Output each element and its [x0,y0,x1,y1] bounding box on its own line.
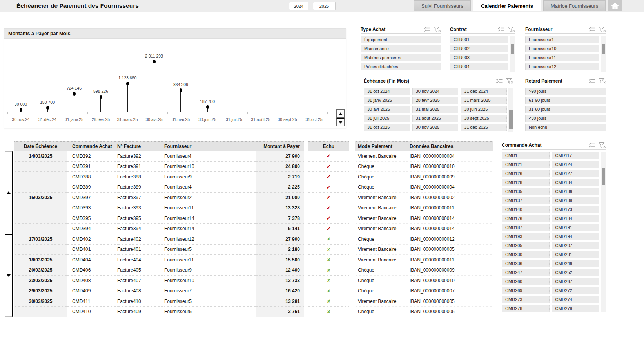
scrollbar-thumb[interactable] [511,44,514,54]
slicer-item[interactable]: Pièces détachées [361,63,441,70]
scrollbar-thumb[interactable] [602,44,605,54]
slicer-item[interactable]: Équipement [361,36,441,43]
slicer-item[interactable]: 30 avr 2025 [364,106,410,113]
table-scroll-down-button[interactable] [5,234,13,317]
chart-point[interactable] [20,108,22,112]
slicer-item[interactable]: CMD1 [502,152,550,159]
slicer-item[interactable]: CMD273 [502,296,550,303]
slicer-item[interactable]: 30 nov 2024 [412,88,459,95]
slicer-item[interactable]: Maintenance [361,45,441,52]
slicer-item[interactable]: 31 mars 2025 [461,97,507,104]
clear-filter-icon[interactable] [508,26,515,32]
chart-point[interactable] [73,92,76,96]
slicer-item[interactable]: CMD231 [552,251,600,258]
slicer-item[interactable]: CMD236 [502,260,550,267]
multiselect-icon[interactable] [423,27,430,32]
slicer-item[interactable]: CMD117 [552,152,600,159]
slicer-item[interactable]: CMD128 [502,179,550,186]
slicer-item[interactable]: 31 juil 2025 [364,115,410,122]
slicer-item[interactable]: CTR001 [450,36,508,43]
slicer-scrollbar[interactable] [508,88,513,132]
slicer-item[interactable]: CMD278 [502,305,550,312]
slicer-scrollbar[interactable] [601,152,606,312]
clear-filter-icon[interactable] [599,142,606,148]
slicer-item[interactable]: 31 oct 2024 [364,88,410,95]
slicer-item[interactable]: CMD121 [502,161,550,168]
slicer-item[interactable]: CMD191 [552,224,600,231]
slicer-item[interactable]: CMD127 [552,170,600,177]
chart-scroll-up-button[interactable] [336,109,345,118]
slicer-item[interactable]: 30 nov 2025 [412,124,459,131]
slicer-item[interactable]: CMD173 [552,206,600,213]
slicer-item[interactable]: CTR002 [450,45,508,52]
tab-calendrier-paiements[interactable]: Calendrier Paiements [473,0,541,11]
scrollbar-thumb[interactable] [602,168,605,185]
slicer-item[interactable]: CMD274 [552,296,600,303]
slicer-item[interactable]: CMD252 [552,269,600,276]
slicer-item[interactable]: Fournisseur11 [525,54,599,61]
slicer-item[interactable]: CMD207 [552,242,600,249]
slicer-item[interactable]: <30 jours [525,115,606,122]
slicer-item[interactable]: Fournisseur1 [525,36,599,43]
slicer-item[interactable]: CMD187 [502,224,550,231]
slicer-item[interactable]: CMD272 [552,287,600,294]
chart-point[interactable] [46,106,49,110]
year-2025-button[interactable]: 2025 [313,2,336,10]
clear-filter-icon[interactable] [599,26,606,32]
multiselect-icon[interactable] [588,78,595,84]
multiselect-icon[interactable] [496,78,503,84]
slicer-scrollbar[interactable] [601,36,606,72]
slicer-item[interactable]: CMD260 [502,278,550,285]
multiselect-icon[interactable] [588,27,595,32]
tab-matrice-fournisseurs[interactable]: Matrice Fournisseurs [543,0,606,11]
slicer-item[interactable]: CMD136 [552,188,600,195]
chart-point[interactable] [100,95,102,99]
slicer-item[interactable]: 30 sept 2025 [461,115,507,122]
table-scrollbar[interactable] [5,151,13,317]
slicer-item[interactable]: CMD176 [502,215,550,222]
home-button[interactable] [608,0,622,11]
slicer-item[interactable]: CTR003 [450,54,508,61]
slicer-item[interactable]: 31 déc 2025 [461,124,507,131]
table-scroll-up-button[interactable] [5,151,13,234]
slicer-item[interactable]: CMD269 [502,287,550,294]
slicer-item[interactable]: 61-90 jours [525,97,606,104]
multiselect-icon[interactable] [588,142,595,148]
slicer-item[interactable]: CMD194 [552,233,600,240]
slicer-item[interactable]: 31 oct 2025 [364,124,410,131]
slicer-item[interactable]: Non échu [525,124,606,131]
slicer-item[interactable]: >90 jours [525,88,606,95]
slicer-item[interactable]: CMD140 [502,206,550,213]
slicer-item[interactable]: 31 janv 2025 [364,97,410,104]
slicer-item[interactable]: CMD247 [502,269,550,276]
clear-filter-icon[interactable] [599,78,606,84]
slicer-item[interactable]: 28 févr 2025 [412,97,459,104]
slicer-item[interactable]: CMD184 [552,215,600,222]
slicer-item[interactable]: 31 mai 2025 [412,106,459,113]
slicer-item[interactable]: 31 déc 2024 [461,88,507,95]
slicer-scrollbar[interactable] [510,36,515,72]
year-2024-button[interactable]: 2024 [289,2,308,10]
slicer-item[interactable]: Fournisseur12 [525,63,599,70]
chart-point[interactable] [180,88,182,92]
clear-filter-icon[interactable] [506,78,513,84]
slicer-item[interactable]: CMD135 [502,188,550,195]
slicer-item[interactable]: CMD279 [552,305,600,312]
slicer-item[interactable]: CMD267 [552,278,600,285]
chart-point[interactable] [206,105,209,109]
slicer-item[interactable]: CMD124 [552,161,600,168]
slicer-item[interactable]: CTR004 [450,63,508,70]
slicer-item[interactable]: 30 juin 2025 [461,106,507,113]
tab-suivi-fournisseurs[interactable]: Suivi Fournisseurs [414,0,471,11]
chart-point[interactable] [153,60,156,63]
slicer-item[interactable]: CMD137 [502,197,550,204]
clear-filter-icon[interactable] [434,26,441,32]
slicer-item[interactable]: CMD193 [502,233,550,240]
slicer-item[interactable]: CMD126 [502,170,550,177]
slicer-item[interactable]: CMD134 [552,179,600,186]
slicer-item[interactable]: 31-60 jours [525,106,606,113]
slicer-item[interactable]: CMD205 [502,242,550,249]
slicer-item[interactable]: 31 août 2025 [412,115,459,122]
chart-point[interactable] [126,82,129,85]
slicer-item[interactable]: Fournisseur10 [525,45,599,52]
